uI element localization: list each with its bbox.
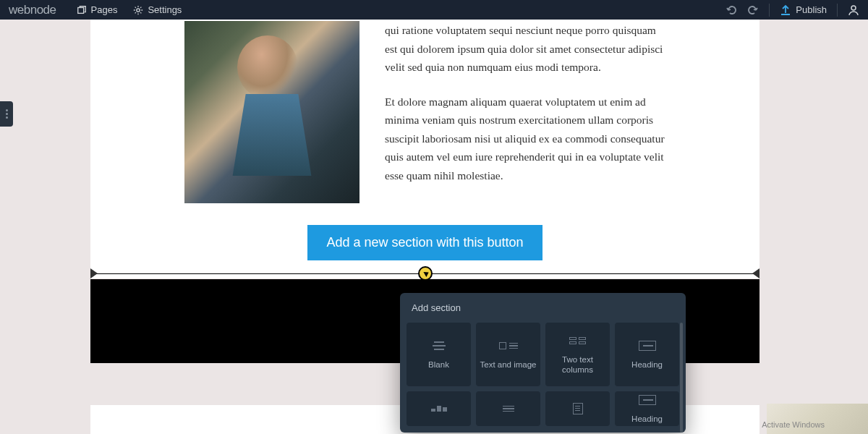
option-label: Text and image xyxy=(477,359,540,370)
section-option-heading-2[interactable]: Heading xyxy=(615,391,679,426)
upload-icon xyxy=(780,4,791,16)
paragraph-1: qui ratione voluptatem sequi nesciunt ne… xyxy=(385,21,665,77)
dots-icon xyxy=(6,109,8,119)
svg-point-1 xyxy=(137,8,140,11)
paragraph-2: Et dolore magnam aliquam quaerat volupta… xyxy=(385,93,665,185)
heading-icon xyxy=(639,393,656,407)
chart-icon xyxy=(431,402,447,415)
logo: webnode xyxy=(9,3,56,17)
heading-icon xyxy=(639,339,656,352)
section-separator[interactable] xyxy=(90,268,760,279)
pages-menu[interactable]: Pages xyxy=(77,4,118,15)
redo-icon[interactable] xyxy=(747,4,759,16)
scrollbar[interactable] xyxy=(680,323,683,433)
section-option-text-image[interactable]: Text and image xyxy=(476,323,540,386)
topbar-right: Publish xyxy=(726,4,859,17)
add-section-popup: Add section Blank Text and image Two tex… xyxy=(400,293,686,433)
content-section[interactable]: qui ratione voluptatem sequi nesciunt ne… xyxy=(90,20,760,218)
divider xyxy=(837,4,838,17)
gear-icon xyxy=(133,5,143,15)
option-label: Two text columns xyxy=(545,354,610,375)
insert-section-handle[interactable] xyxy=(418,266,433,281)
option-label: Heading xyxy=(629,359,665,370)
popup-grid: Blank Text and image Two text columns He… xyxy=(400,323,686,433)
text-image-icon xyxy=(499,339,518,352)
add-section-cta-button[interactable]: Add a new section with this button xyxy=(307,225,542,260)
section-option-7[interactable] xyxy=(545,391,610,426)
content-text[interactable]: qui ratione voluptatem sequi nesciunt ne… xyxy=(385,21,665,201)
resize-handle-right[interactable] xyxy=(752,268,760,278)
popup-title: Add section xyxy=(400,293,686,323)
section-option-blank[interactable]: Blank xyxy=(407,323,471,386)
section-option-two-columns[interactable]: Two text columns xyxy=(545,323,610,386)
svg-point-2 xyxy=(851,6,856,10)
settings-label: Settings xyxy=(148,4,182,15)
page-canvas: qui ratione voluptatem sequi nesciunt ne… xyxy=(90,20,760,278)
publish-button[interactable]: Publish xyxy=(780,4,827,16)
svg-rect-0 xyxy=(77,7,83,13)
pages-icon xyxy=(77,5,87,15)
user-icon[interactable] xyxy=(848,4,859,16)
list-icon xyxy=(503,402,514,415)
section-option-6[interactable] xyxy=(476,391,540,426)
divider xyxy=(769,4,770,17)
option-label: Heading xyxy=(629,414,665,424)
section-option-5[interactable] xyxy=(407,391,471,426)
topbar: webnode Pages Settings Publish xyxy=(0,0,868,20)
blank-icon xyxy=(433,339,446,352)
pages-label: Pages xyxy=(91,4,118,15)
watermark-line1: Activate Windows xyxy=(762,420,825,430)
undo-icon[interactable] xyxy=(726,4,737,16)
settings-menu[interactable]: Settings xyxy=(133,4,182,15)
two-columns-icon xyxy=(569,334,586,347)
option-label: Blank xyxy=(425,359,452,370)
publish-label: Publish xyxy=(796,4,827,15)
content-image[interactable] xyxy=(184,21,359,203)
resize-handle-left[interactable] xyxy=(90,268,98,278)
document-icon xyxy=(573,402,583,415)
windows-watermark: Activate Windows xyxy=(762,420,825,430)
side-panel-toggle[interactable] xyxy=(0,101,13,127)
section-option-heading[interactable]: Heading xyxy=(615,323,679,386)
